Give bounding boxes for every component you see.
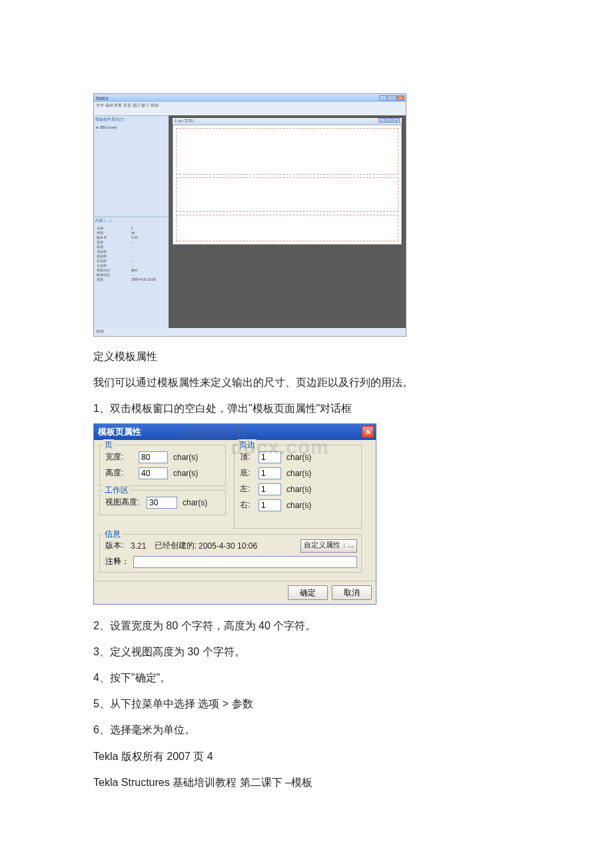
paragraph: 2、设置宽度为 80 个字符，高度为 40 个字符。 xyxy=(93,614,546,637)
left-panel: 模板组件层次(T) ▸ 350 (row) 内容 (…) 名称: 类型: 版本号… xyxy=(94,115,169,328)
doc-minimize-icon: – xyxy=(378,118,385,123)
right-margin-input[interactable] xyxy=(259,499,281,511)
editor-screenshot: TekEd – □ × 文件 编辑 查看 剪切 视口 窗口 帮助 模板组件层次(… xyxy=(93,93,546,337)
app-titlebar: TekEd – □ × xyxy=(94,94,406,102)
close-icon: × xyxy=(396,95,404,101)
height-label: 高度: xyxy=(105,467,139,479)
paragraph: Tekla Structures 基础培训教程 第二课下 –模板 xyxy=(93,771,546,794)
view-height-label: 视图高度: xyxy=(105,497,147,508)
paragraph: 5、从下拉菜单中选择 选项 > 参数 xyxy=(93,692,546,715)
dialog-close-button[interactable]: ✕ xyxy=(362,426,374,438)
tree-item: ▸ 350 (row) xyxy=(94,123,169,131)
left-label: 左: xyxy=(240,483,259,495)
version-label: 版本: xyxy=(105,540,131,551)
menubar: 文件 编辑 查看 剪切 视口 窗口 帮助 xyxy=(94,102,406,109)
custom-attributes-button[interactable]: 自定义属性：... xyxy=(301,539,357,553)
width-label: 宽度: xyxy=(105,451,139,463)
comment-label: 注释： xyxy=(105,556,131,567)
unit-label: char(s) xyxy=(287,453,311,462)
dialog-title: 模板页属性 xyxy=(94,426,141,438)
cancel-button[interactable]: 取消 xyxy=(332,585,372,600)
unit-label: char(s) xyxy=(173,453,198,462)
content-section: 内容 (…) xyxy=(94,217,169,225)
unit-label: char(s) xyxy=(173,469,198,478)
left-margin-input[interactable] xyxy=(259,483,281,495)
created-label: 已经创建的: xyxy=(155,540,199,551)
top-label: 顶: xyxy=(240,451,259,463)
canvas xyxy=(173,125,402,245)
minimize-icon: – xyxy=(379,95,387,101)
paragraph: 3、定义视图高度为 30 个字符。 xyxy=(93,640,546,663)
app-title: TekEd xyxy=(95,96,108,101)
view-height-input[interactable] xyxy=(147,497,177,509)
top-margin-input[interactable] xyxy=(259,451,281,463)
created-value: 2005-4-30 10:06 xyxy=(199,541,263,551)
fieldset-legend-margin: 页边 xyxy=(238,439,257,451)
fieldset-legend-page: 页 xyxy=(103,439,114,451)
right-label: 右: xyxy=(240,499,259,511)
unit-label: char(s) xyxy=(287,485,311,494)
doc-close-icon: × xyxy=(393,118,400,123)
paragraph: 6、选择毫米为单位。 xyxy=(93,718,546,741)
width-input[interactable] xyxy=(139,451,168,463)
doc-title: 1.tpl (文本) xyxy=(175,118,194,125)
close-icon: ✕ xyxy=(365,428,371,436)
fieldset-legend-work: 工作区 xyxy=(103,485,130,496)
doc-maximize-icon: □ xyxy=(386,118,392,123)
dialog-titlebar: 模板页属性 www.b ✕ xyxy=(94,424,376,440)
bottom-label: 底: xyxy=(240,467,259,479)
doc-titlebar: 1.tpl (文本) – □ × xyxy=(173,118,402,125)
version-value: 3.21 xyxy=(131,541,155,551)
template-page-properties-dialog: 模板页属性 www.b ✕ docx.com 页 宽度: char(s) xyxy=(93,423,376,605)
fieldset-legend-info: 信息 xyxy=(103,529,122,540)
properties-list: 名称: 类型: 版本号: 宽度: 高度: 顶边距: 底边距: 左边距: 右边距:… xyxy=(94,225,169,283)
paragraph: 定义模板属性 xyxy=(93,345,546,368)
toolbar xyxy=(94,109,406,115)
unit-label: char(s) xyxy=(183,498,207,507)
paragraph: 1、双击模板窗口的空白处，弹出"模板页面属性"对话框 xyxy=(93,397,546,420)
paragraph: 4、按下"确定"。 xyxy=(93,666,546,689)
hierarchy-section: 模板组件层次(T) xyxy=(94,115,169,123)
comment-input[interactable] xyxy=(133,556,357,568)
unit-label: char(s) xyxy=(287,469,311,478)
bottom-margin-input[interactable] xyxy=(259,467,281,479)
unit-label: char(s) xyxy=(287,501,311,510)
paragraph: 我们可以通过模板属性来定义输出的尺寸、页边距以及行列的用法。 xyxy=(93,371,546,394)
height-input[interactable] xyxy=(139,467,168,479)
statusbar: 就绪 xyxy=(94,328,406,336)
maximize-icon: □ xyxy=(388,95,396,101)
ok-button[interactable]: 确定 xyxy=(288,585,328,600)
paragraph: Tekla 版权所有 2007 页 4 xyxy=(93,745,546,768)
